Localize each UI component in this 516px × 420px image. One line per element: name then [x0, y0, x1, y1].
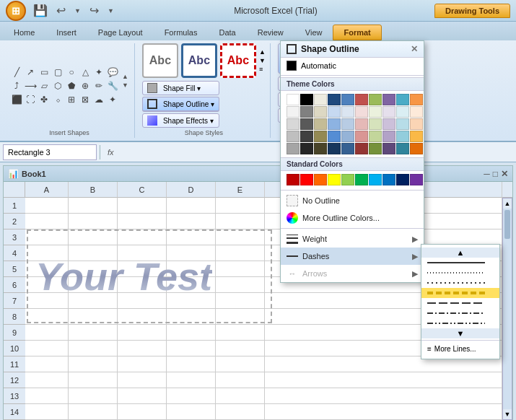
standard-color-7[interactable] [382, 174, 395, 185]
shape-icon-12[interactable]: ✤ [38, 93, 51, 106]
style-btn-1[interactable]: Abc [142, 43, 178, 78]
cell-b14[interactable] [69, 404, 118, 420]
tab-view[interactable]: View [294, 25, 333, 40]
shape-icon-oval[interactable]: ○ [65, 66, 78, 79]
dropdown-close[interactable]: ✕ [411, 44, 418, 54]
cell-a2[interactable] [25, 214, 69, 229]
theme-color-12[interactable] [314, 106, 327, 118]
theme-color-17[interactable] [382, 106, 395, 118]
theme-color-41[interactable] [300, 143, 313, 154]
shape-icon-5[interactable]: ⬡ [51, 79, 64, 92]
theme-color-22[interactable] [314, 118, 327, 130]
cell-c13[interactable] [118, 388, 167, 404]
cell-a1[interactable] [25, 198, 69, 214]
theme-color-47[interactable] [382, 143, 395, 154]
standard-color-3[interactable] [328, 174, 341, 185]
shape-icon-15[interactable]: ⊠ [79, 93, 92, 106]
theme-color-18[interactable] [396, 106, 409, 118]
standard-color-9[interactable] [410, 174, 423, 185]
submenu-scroll-up[interactable]: ▲ [421, 248, 499, 258]
vscroll-thumb[interactable] [504, 210, 510, 239]
theme-color-14[interactable] [341, 106, 354, 118]
shape-icon-round[interactable]: ▢ [51, 66, 64, 79]
shapes-palette[interactable]: ╱ ↗ ▭ ▢ ○ △ ✦ 💬 ⤴ ⟶ ▱ ⬡ ⬟ ⊕ ✏ 🔧 ⬛ [10, 66, 119, 106]
cell-e2[interactable] [216, 214, 265, 229]
style-btn-2[interactable]: Abc [181, 43, 217, 78]
theme-color-36[interactable] [369, 131, 382, 142]
cell-d7[interactable] [167, 293, 216, 309]
cell-d10[interactable] [167, 341, 216, 356]
cell-c10[interactable] [118, 341, 167, 356]
cell-d5[interactable] [167, 261, 216, 277]
cell-a13[interactable] [25, 388, 69, 404]
cell-e11[interactable] [216, 356, 265, 372]
theme-color-37[interactable] [382, 131, 395, 142]
tab-home[interactable]: Home [3, 25, 45, 40]
drawing-tools-tab[interactable]: Drawing Tools [434, 4, 510, 18]
cell-a10[interactable] [25, 341, 69, 356]
standard-color-4[interactable] [341, 174, 354, 185]
redo-btn[interactable]: ↪ [87, 2, 102, 19]
theme-color-44[interactable] [341, 143, 354, 154]
cell-d9[interactable] [167, 325, 216, 341]
theme-color-2[interactable] [314, 94, 327, 105]
dash-solid-item[interactable] [421, 258, 499, 268]
cell-b8[interactable] [69, 309, 118, 325]
cell-c9[interactable] [118, 325, 167, 341]
shapes-more-btn[interactable]: ▲ [122, 73, 128, 80]
cell-a7[interactable] [25, 293, 69, 309]
theme-color-23[interactable] [328, 118, 341, 130]
cell-a11[interactable] [25, 356, 69, 372]
cell-e6[interactable] [216, 277, 265, 293]
theme-color-30[interactable] [287, 131, 299, 142]
theme-color-10[interactable] [287, 106, 299, 118]
shape-outline-btn[interactable]: Shape Outline ▾ [142, 97, 219, 112]
standard-color-5[interactable] [355, 174, 368, 185]
cell-rest-13[interactable] [265, 388, 502, 404]
theme-color-6[interactable] [369, 94, 382, 105]
name-box[interactable]: Rectangle 3 [3, 144, 97, 160]
standard-color-6[interactable] [369, 174, 382, 185]
theme-color-35[interactable] [355, 131, 368, 142]
cell-d6[interactable] [167, 277, 216, 293]
dash-dotted-item[interactable] [421, 278, 499, 288]
cell-rest-14[interactable] [265, 404, 502, 420]
no-outline-item[interactable]: No Outline [281, 192, 424, 209]
cell-c4[interactable] [118, 245, 167, 261]
theme-color-1[interactable] [300, 94, 313, 105]
theme-color-26[interactable] [369, 118, 382, 130]
theme-color-11[interactable] [300, 106, 313, 118]
cell-e4[interactable] [216, 245, 265, 261]
theme-color-3[interactable] [328, 94, 341, 105]
styles-expand[interactable]: ≡ [259, 66, 266, 73]
theme-color-49[interactable] [410, 143, 423, 154]
automatic-item[interactable]: Automatic [281, 58, 424, 74]
shape-icon-9[interactable]: 🔧 [106, 79, 119, 92]
styles-scroll-down[interactable]: ▼ [259, 57, 266, 64]
cell-b3[interactable] [69, 229, 118, 245]
theme-color-45[interactable] [355, 143, 368, 154]
theme-color-19[interactable] [410, 106, 423, 118]
dashes-item[interactable]: Dashes ▶ [281, 248, 424, 265]
shape-icon-10[interactable]: ⬛ [10, 93, 23, 106]
theme-color-32[interactable] [314, 131, 327, 142]
cell-b5[interactable] [69, 261, 118, 277]
standard-color-2[interactable] [314, 174, 327, 185]
shape-icon-3[interactable]: ⟶ [24, 79, 37, 92]
shape-effects-btn[interactable]: Shape Effects ▾ [142, 113, 219, 128]
undo-btn[interactable]: ↩ [53, 2, 69, 19]
cell-d14[interactable] [167, 404, 216, 420]
styles-scroll-up[interactable]: ▲ [259, 48, 266, 56]
vscroll-up-btn[interactable]: ▲ [503, 198, 512, 209]
cell-c11[interactable] [118, 356, 167, 372]
customize-btn[interactable]: ▼ [105, 6, 117, 16]
cell-c14[interactable] [118, 404, 167, 420]
cell-e7[interactable] [216, 293, 265, 309]
theme-color-48[interactable] [396, 143, 409, 154]
tab-page-layout[interactable]: Page Layout [87, 25, 154, 40]
arrows-item[interactable]: ↔ Arrows ▶ [281, 265, 424, 282]
cell-e1[interactable] [216, 198, 265, 214]
shape-icon-star[interactable]: ✦ [92, 66, 105, 79]
undo-dropdown-btn[interactable]: ▼ [71, 6, 84, 16]
theme-color-29[interactable] [410, 118, 423, 130]
